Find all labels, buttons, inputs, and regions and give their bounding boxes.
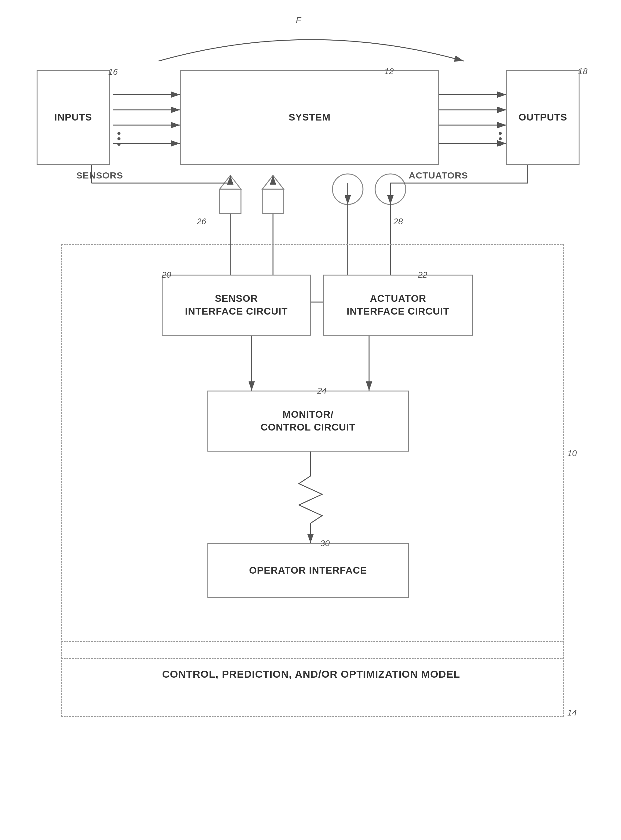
diagram-container: F INPUTS 16 SYSTEM 12 OUTPUTS 18 SENSORS… [0,0,621,840]
dot-in-1 [117,132,121,135]
outputs-box: OUTPUTS [506,70,580,165]
monitor-control-label: MONITOR/CONTROL CIRCUIT [261,408,355,434]
ref-20: 20 [162,270,171,280]
dot-out-3 [499,143,502,146]
sensor-interface-label: SENSORINTERFACE CIRCUIT [185,292,288,318]
inputs-label: INPUTS [54,111,92,124]
actuator-interface-label: ACTUATORINTERFACE CIRCUIT [347,292,450,318]
ref-16: 16 [108,67,118,77]
ref-12: 12 [384,67,394,76]
ref-24: 24 [317,386,327,396]
system-label: SYSTEM [289,111,331,124]
ref-10: 10 [567,449,577,458]
ref-18: 18 [578,67,588,76]
arc-f [159,39,463,61]
sensor-pin-left-rect [220,189,241,214]
monitor-control-box: MONITOR/CONTROL CIRCUIT [208,391,409,452]
actuator-interface-box: ACTUATORINTERFACE CIRCUIT [323,274,473,336]
ref-30: 30 [320,538,330,548]
ref-22: 22 [418,270,427,280]
model-label: CONTROL, PREDICTION, AND/OR OPTIMIZATION… [67,668,555,680]
ref-26: 26 [197,217,206,226]
system-box: SYSTEM [180,70,439,165]
operator-interface-box: OPERATOR INTERFACE [208,543,409,598]
dot-in-3 [117,143,121,146]
sensor-interface-box: SENSORINTERFACE CIRCUIT [162,274,311,336]
dot-out-2 [499,137,502,140]
ref-28: 28 [394,217,403,226]
dot-out-1 [499,132,502,135]
ref-f: F [296,15,301,25]
dot-in-2 [117,137,121,140]
operator-interface-label: OPERATOR INTERFACE [249,564,367,577]
actuators-label: ACTUATORS [409,170,468,180]
outputs-label: OUTPUTS [518,111,567,124]
inputs-box: INPUTS [36,70,110,165]
sensors-label: SENSORS [76,170,123,180]
ref-14: 14 [567,708,577,718]
sensor-pin-right-rect [262,189,284,214]
